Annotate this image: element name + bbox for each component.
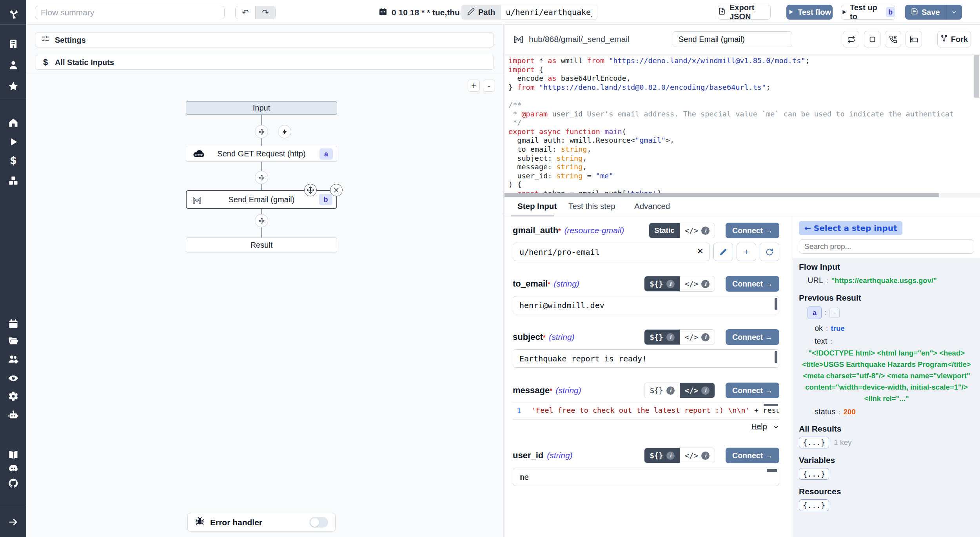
square-icon-button[interactable] [864,31,880,47]
discord-icon[interactable] [8,463,19,474]
hub-script-path[interactable]: hub/868/gmail/_send_email [529,34,630,44]
save-dropdown-button[interactable] [946,5,962,20]
subject-input[interactable] [513,349,779,368]
zoom-in-button[interactable]: + [468,80,480,92]
tab-test-this-step[interactable]: Test this step [568,201,615,211]
variables-expand-button[interactable]: {...} [799,468,829,480]
template-mode-button[interactable]: ${}i [644,330,679,345]
audit-eye-icon[interactable] [8,373,19,384]
test-up-to-button[interactable]: Test up to b [841,5,895,20]
redo-button[interactable]: ↷ [255,6,275,19]
bed-icon-button[interactable] [906,31,922,47]
textarea-scrollbar[interactable] [767,469,777,472]
groups-gear-icon[interactable] [8,354,19,365]
connect-button[interactable]: Connect → [726,448,779,463]
phone-incoming-icon-button[interactable] [885,31,901,47]
text-value[interactable]: "<!DOCTYPE html> <html lang="en"> <head>… [799,347,974,404]
connect-button[interactable]: Connect → [726,276,779,292]
test-flow-button[interactable]: Test flow [786,5,833,20]
bot-icon[interactable] [8,409,19,420]
undo-button[interactable]: ↶ [236,6,255,19]
favorites-star-icon[interactable] [8,81,19,92]
error-handler-bar[interactable]: Error handler [187,513,336,532]
add-step-button[interactable] [255,125,268,138]
template-mode-button[interactable]: ${}i [644,448,679,463]
schedules-calendar-icon[interactable] [8,318,19,329]
select-step-input-pill[interactable]: ← Select a step input [799,221,902,235]
flow-node-result[interactable]: Result [186,238,337,252]
gmail-auth-resource-input[interactable] [513,243,710,261]
collapse-arrow-right-icon[interactable] [8,517,19,528]
prop-row-a[interactable]: a : - [799,307,974,319]
schedule-display[interactable]: 0 10 18 * * tue,thu [378,6,460,19]
github-icon[interactable] [8,478,19,489]
field-to-email: to_email*(string) ${}i </>i Connect → [513,275,779,314]
code-mode-button[interactable]: </>i [680,330,715,345]
docs-book-icon[interactable] [8,450,19,461]
flow-summary-input[interactable] [35,6,225,19]
connect-button[interactable]: Connect → [726,383,779,398]
code-horizontal-scrollbar[interactable] [505,193,980,198]
fork-button[interactable]: Fork [937,31,971,47]
all-static-inputs-bar[interactable]: $ All Static Inputs [35,55,494,70]
delete-step-button[interactable] [330,184,343,196]
help-link[interactable]: Help [751,422,767,431]
code-mode-button[interactable]: </>i [680,383,715,398]
add-step-button[interactable] [255,214,268,227]
clear-icon[interactable]: ✕ [697,247,704,256]
code-mode-button[interactable]: </>i [680,276,715,291]
folders-icon[interactable] [8,336,19,347]
code-mode-button[interactable]: </>i [680,223,715,238]
user-icon[interactable] [8,60,19,71]
all-results-expand-button[interactable]: {...} [799,437,829,448]
resources-expand-button[interactable]: {...} [799,499,829,511]
to-email-input[interactable] [513,296,779,314]
textarea-scrollbar[interactable] [775,351,777,363]
edit-resource-button[interactable] [713,243,733,261]
search-prop-input[interactable] [799,239,974,254]
add-step-button[interactable] [255,171,268,184]
code-mode-button[interactable]: </>i [680,448,715,463]
tab-step-input[interactable]: Step Input [517,201,557,211]
path-button[interactable]: Path [461,5,501,20]
refresh-resource-button[interactable] [760,243,779,261]
connect-button[interactable]: Connect → [726,329,779,345]
move-step-button[interactable] [304,184,317,196]
flow-node-input[interactable]: Input [186,101,337,115]
workspace-building-icon[interactable] [8,38,19,49]
path-input[interactable] [501,5,597,20]
static-mode-button[interactable]: Static [649,223,680,238]
connect-button[interactable]: Connect → [726,223,779,238]
code-vertical-scrollbar[interactable] [974,55,979,98]
chevron-down-icon[interactable] [773,424,779,430]
step-name-input[interactable] [673,31,792,47]
add-resource-button[interactable]: + [737,243,756,261]
prop-row-ok[interactable]: ok:true [799,324,974,333]
windmill-logo-icon[interactable] [8,9,19,20]
save-button[interactable]: Save [905,5,946,20]
textarea-scrollbar[interactable] [775,298,777,310]
prop-row-status[interactable]: status:200 [799,407,974,416]
runs-play-icon[interactable] [8,136,19,147]
template-mode-button[interactable]: ${}i [644,383,679,398]
template-mode-button[interactable]: ${}i [644,276,679,291]
tab-advanced[interactable]: Advanced [634,201,670,211]
prop-row-text[interactable]: text: [799,337,974,346]
flow-settings-bar[interactable]: Settings [35,33,494,47]
prop-row-url[interactable]: URL:"https://earthquake.usgs.gov/" [799,275,974,286]
collapse-button[interactable]: - [829,308,840,318]
home-icon[interactable] [8,117,19,128]
export-json-button[interactable]: Export JSON [718,5,771,20]
editor-scrollbar[interactable] [764,404,778,406]
code-editor[interactable]: import * as wmill from "https://deno.lan… [505,54,980,193]
error-handler-toggle[interactable] [309,517,328,528]
flow-node-get-request[interactable]: HTTP Send GET Request (http) a [186,146,337,162]
user-id-input[interactable] [513,468,779,486]
trigger-zap-button[interactable] [278,125,291,138]
variables-dollar-icon[interactable]: $ [8,155,19,166]
zoom-out-button[interactable]: - [483,80,495,92]
resources-boxes-icon[interactable] [8,175,19,186]
message-code-editor[interactable]: 1 'Feel free to check out the latest rep… [513,403,779,420]
repeat-icon-button[interactable] [843,31,859,47]
settings-gear-icon[interactable] [8,391,19,402]
